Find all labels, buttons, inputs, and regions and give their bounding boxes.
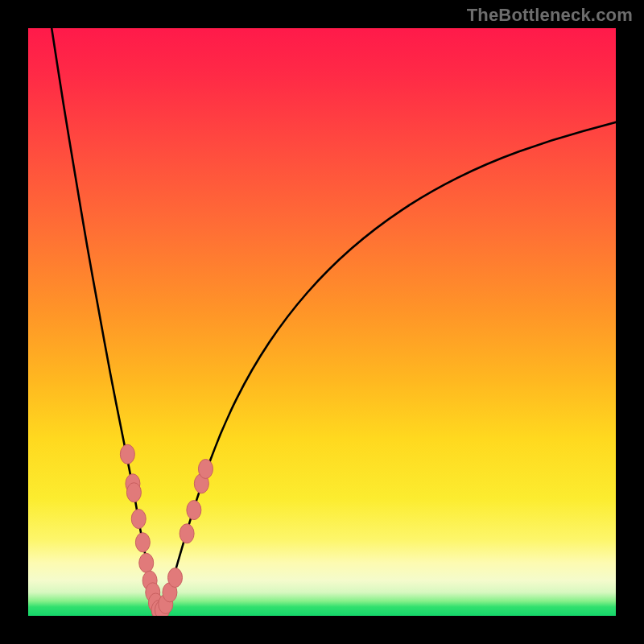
sample-marker xyxy=(135,533,150,552)
sample-marker xyxy=(168,568,183,588)
curve-layer xyxy=(28,28,616,616)
sample-marker xyxy=(187,501,201,520)
sample-markers xyxy=(120,444,213,616)
sample-marker xyxy=(198,460,213,479)
curve-left-branch xyxy=(52,28,159,616)
sample-marker xyxy=(139,553,154,572)
sample-marker xyxy=(126,483,141,502)
sample-marker xyxy=(180,524,194,543)
sample-marker xyxy=(131,510,146,529)
sample-marker xyxy=(120,444,134,464)
plot-area xyxy=(28,28,616,616)
watermark-text: TheBottleneck.com xyxy=(467,5,633,26)
chart-frame: TheBottleneck.com xyxy=(0,0,644,644)
curve-right-branch xyxy=(160,122,616,616)
